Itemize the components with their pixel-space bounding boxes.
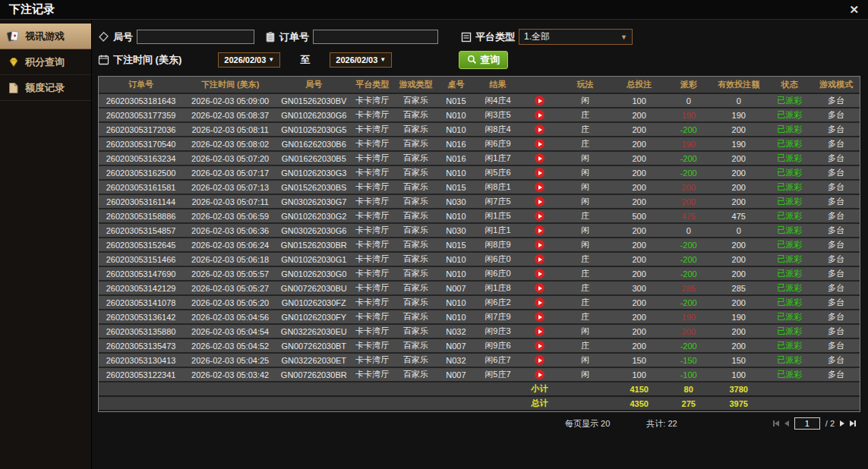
cell-table-no: N010 xyxy=(437,108,475,122)
cell-replay xyxy=(521,252,559,266)
grand-total-row-cell xyxy=(559,396,612,411)
platform-type-select[interactable]: 1.全部 ▼ xyxy=(519,29,633,45)
cell-status: 已派彩 xyxy=(767,194,813,209)
replay-button[interactable] xyxy=(535,269,544,279)
cell-replay xyxy=(521,223,559,238)
replay-button[interactable] xyxy=(535,153,544,163)
subtotal-row-cell xyxy=(559,382,612,396)
play-icon xyxy=(538,185,542,190)
cell-round-id: GN007262030BU xyxy=(277,281,350,295)
replay-button[interactable] xyxy=(535,182,544,192)
sidebar-item-video-games[interactable]: 视讯游戏 xyxy=(0,24,91,49)
cell-order-id: 260203053152645 xyxy=(99,238,183,252)
play-icon xyxy=(538,142,542,146)
play-icon xyxy=(538,156,542,161)
cell-payout: 285 xyxy=(667,281,711,295)
replay-button[interactable] xyxy=(535,168,544,178)
window-title: 下注记录 xyxy=(9,2,55,17)
replay-button[interactable] xyxy=(535,297,544,307)
cell-replay xyxy=(521,122,559,137)
cell-result: 闲6庄7 xyxy=(475,353,520,367)
prev-page-icon[interactable] xyxy=(784,420,789,427)
cell-total-bet: 200 xyxy=(612,295,667,310)
order-id-input[interactable] xyxy=(313,30,438,44)
column-header: 桌号 xyxy=(437,77,475,93)
replay-button[interactable] xyxy=(535,355,544,365)
page-number-input[interactable]: 1 xyxy=(794,417,820,430)
subtotal-row-cell: 80 xyxy=(667,382,711,396)
next-page-icon[interactable] xyxy=(840,420,844,427)
last-page-icon[interactable] xyxy=(850,420,856,427)
date-to-picker[interactable]: 2026/02/03 ▼ xyxy=(330,52,392,68)
cell-status: 已派彩 xyxy=(767,338,813,353)
cell-status: 已派彩 xyxy=(767,180,813,194)
cell-valid-bet: 150 xyxy=(711,353,767,367)
cell-total-bet: 200 xyxy=(612,324,667,338)
replay-button[interactable] xyxy=(535,211,544,221)
cell-replay xyxy=(521,310,559,324)
replay-button[interactable] xyxy=(535,96,544,105)
cell-result: 闲7庄9 xyxy=(475,310,520,324)
cell-play-type: 庄 xyxy=(559,137,612,151)
first-page-icon[interactable] xyxy=(773,420,779,427)
cell-platform: 卡卡湾厅 xyxy=(350,194,394,209)
cell-platform: 卡卡湾厅 xyxy=(350,165,394,180)
cell-platform: 卡卡湾厅 xyxy=(350,122,394,137)
cell-play-type: 庄 xyxy=(559,295,612,310)
cell-table-no: N016 xyxy=(437,151,475,165)
sidebar-item-quota-records[interactable]: 额度记录 xyxy=(0,75,91,101)
round-id-input[interactable] xyxy=(137,30,254,44)
cell-valid-bet: 475 xyxy=(711,209,767,223)
replay-button[interactable] xyxy=(535,139,544,149)
replay-button[interactable] xyxy=(535,283,544,293)
cell-play-type: 闲 xyxy=(559,93,612,108)
platform-type-value: 1.全部 xyxy=(524,30,550,43)
replay-button[interactable] xyxy=(535,225,544,235)
cell-round-id: GN010262030G0 xyxy=(277,266,350,281)
cell-result: 闲1庄1 xyxy=(475,223,520,238)
sidebar-item-label: 视讯游戏 xyxy=(25,30,65,43)
page-total-label: / 2 xyxy=(825,419,835,428)
close-icon[interactable]: ✕ xyxy=(849,4,859,15)
sidebar: 视讯游戏 积分查询 额度记录 xyxy=(0,20,92,469)
play-icon xyxy=(538,243,542,247)
subtotal-row-cell xyxy=(767,382,813,396)
cell-play-type: 闲 xyxy=(559,194,612,209)
cell-order-id: 260203053147690 xyxy=(99,266,183,281)
total-count-label: 共计: 22 xyxy=(646,418,677,430)
cell-replay xyxy=(521,367,559,382)
cell-result: 闲1庄8 xyxy=(475,281,520,295)
replay-button[interactable] xyxy=(535,341,544,351)
cell-total-bet: 200 xyxy=(612,266,667,281)
replay-button[interactable] xyxy=(535,254,544,264)
cell-status: 已派彩 xyxy=(767,151,813,165)
replay-button[interactable] xyxy=(535,124,544,134)
cell-result: 闲1庄7 xyxy=(475,151,520,165)
cell-game-type: 百家乐 xyxy=(394,367,437,382)
cell-replay xyxy=(521,353,559,367)
cell-order-id: 260203053161144 xyxy=(99,194,183,209)
replay-button[interactable] xyxy=(535,370,544,379)
replay-button[interactable] xyxy=(535,326,544,336)
chevron-down-icon: ▼ xyxy=(620,33,627,41)
cell-status: 已派彩 xyxy=(767,108,813,122)
table-row: 2602030531526452026-02-03 05:06:24GN0152… xyxy=(99,238,860,252)
replay-button[interactable] xyxy=(535,197,544,206)
table-header-row: 订单号下注时间 (美东)局号平台类型游戏类型桌号结果玩法总投注派彩有效投注额状态… xyxy=(99,77,860,93)
search-button[interactable]: 查询 xyxy=(459,51,508,69)
replay-button[interactable] xyxy=(535,110,544,120)
cell-bet-time: 2026-02-03 05:08:02 xyxy=(183,137,277,151)
cell-bet-time: 2026-02-03 05:07:17 xyxy=(183,165,277,180)
replay-button[interactable] xyxy=(535,240,544,250)
cell-table-no: N010 xyxy=(437,165,475,180)
sidebar-item-points-query[interactable]: 积分查询 xyxy=(0,49,91,75)
cell-game-mode: 多台 xyxy=(813,108,860,122)
cell-platform: 卡卡湾厅 xyxy=(350,151,394,165)
play-icon xyxy=(538,214,542,219)
date-from-picker[interactable]: 2026/02/03 ▼ xyxy=(218,52,280,68)
cell-round-id: GN010262030G5 xyxy=(277,122,350,137)
cell-result: 闲6庄9 xyxy=(475,137,520,151)
replay-button[interactable] xyxy=(535,312,544,322)
cell-table-no: N010 xyxy=(437,295,475,310)
cell-table-no: N010 xyxy=(437,266,475,281)
